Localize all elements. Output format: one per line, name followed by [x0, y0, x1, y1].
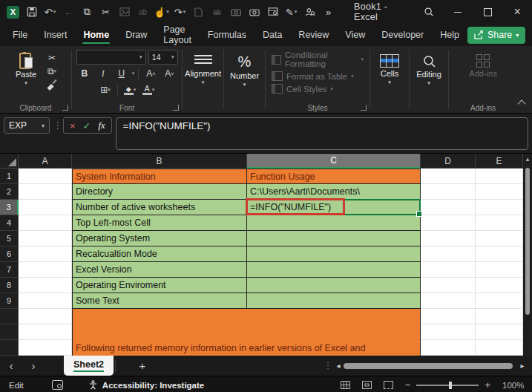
bold-button[interactable]: B: [76, 67, 93, 80]
cell-D-below[interactable]: [421, 340, 476, 356]
alignment-button[interactable]: Alignment ▾: [180, 49, 226, 88]
cell-B4[interactable]: Top Left-most Cell: [72, 215, 247, 231]
increase-font-button[interactable]: A˄: [142, 67, 159, 80]
clipboard-dialog-launcher[interactable]: [62, 105, 68, 111]
cell-E-below[interactable]: [476, 324, 523, 340]
enter-icon[interactable]: ✓: [83, 120, 91, 131]
row-header-2[interactable]: 2: [0, 184, 19, 200]
cell-D1[interactable]: [421, 169, 476, 184]
cell-C2[interactable]: C:\Users\Aarti\Documents\: [247, 184, 421, 200]
cell-C5[interactable]: [247, 231, 421, 246]
styles-dialog-launcher[interactable]: [361, 105, 367, 111]
tab-review[interactable]: Review: [290, 24, 337, 46]
cell-A8[interactable]: [19, 278, 72, 293]
cancel-icon[interactable]: ×: [70, 120, 76, 131]
cell-B2[interactable]: Directory: [72, 184, 247, 200]
copy-button[interactable]: ⧉: [78, 2, 96, 22]
tab-insert[interactable]: Insert: [36, 24, 75, 46]
cell-D4[interactable]: [421, 215, 476, 231]
picture-button[interactable]: [115, 2, 134, 22]
row-header-8[interactable]: 8: [0, 278, 19, 293]
ink-replay-button[interactable]: ✎▾: [282, 2, 301, 22]
replace-button[interactable]: ab: [134, 2, 152, 22]
paste-button[interactable]: Paste ▾: [11, 49, 41, 96]
scrollbar-splitter[interactable]: ⋮: [323, 361, 333, 370]
decrease-font-button[interactable]: A˅: [161, 67, 177, 80]
row-header-5[interactable]: 5: [0, 231, 19, 246]
scroll-up-icon[interactable]: ▴: [526, 154, 530, 164]
draw-touch-button[interactable]: ☝▾: [152, 2, 171, 22]
cell-B5[interactable]: Operating System: [72, 231, 247, 246]
cell-D8[interactable]: [421, 278, 476, 293]
horizontal-scrollbar-thumb[interactable]: [344, 363, 513, 369]
row-header-9[interactable]: 9: [0, 293, 19, 309]
normal-view-button[interactable]: [341, 381, 350, 389]
more-commands-button[interactable]: »: [319, 2, 338, 22]
cell-A4[interactable]: [19, 215, 72, 231]
cell-C6[interactable]: [247, 246, 421, 262]
row-header-below[interactable]: [0, 309, 19, 324]
share-button[interactable]: Share ▾: [467, 27, 525, 44]
cut-button[interactable]: ✂: [96, 2, 115, 22]
cell-C9[interactable]: [247, 293, 421, 309]
cell-E6[interactable]: [476, 246, 523, 262]
cell-E8[interactable]: [476, 278, 523, 293]
cell-A1[interactable]: [19, 169, 72, 184]
row-header-7[interactable]: 7: [0, 262, 19, 278]
undo-button[interactable]: ↶▾: [41, 2, 59, 22]
select-all-corner[interactable]: [0, 154, 19, 169]
tab-page-layout[interactable]: Page Layout: [155, 24, 200, 46]
scroll-right-icon[interactable]: ▸: [517, 362, 528, 370]
tab-developer[interactable]: Developer: [373, 24, 432, 46]
font-dialog-launcher[interactable]: [173, 105, 179, 111]
cell-E2[interactable]: [476, 184, 523, 200]
cell-E3[interactable]: [476, 200, 523, 215]
format-painter-button[interactable]: [44, 78, 60, 91]
cell-B1[interactable]: System Information: [72, 169, 247, 184]
zoom-out-button[interactable]: −: [405, 379, 411, 391]
accessibility-status[interactable]: Accessibility: Investigate: [88, 380, 204, 390]
copy-button[interactable]: ⧉▾: [44, 65, 60, 78]
cell-B3[interactable]: Number of active worksheets: [72, 200, 247, 215]
column-header-E[interactable]: E: [476, 154, 523, 169]
people-lookup-button[interactable]: [301, 2, 319, 22]
cell-E4[interactable]: [476, 215, 523, 231]
redo-button[interactable]: ↷▾: [171, 2, 189, 22]
cell-A2[interactable]: [19, 184, 72, 200]
scroll-left-icon[interactable]: ◂: [333, 362, 344, 370]
page-break-view-button[interactable]: [384, 381, 393, 389]
font-color-button[interactable]: A▾: [140, 83, 157, 97]
zoom-percentage[interactable]: 100%: [502, 381, 525, 390]
cell-A-below[interactable]: [19, 340, 72, 356]
zoom-slider-thumb[interactable]: [449, 382, 452, 389]
minimize-button[interactable]: [444, 0, 473, 24]
cell-A-below[interactable]: [19, 309, 72, 324]
editing-button[interactable]: Editing ▾: [412, 49, 446, 89]
screen-clip-button[interactable]: [245, 2, 263, 22]
chevron-down-icon[interactable]: ▾: [132, 71, 135, 76]
vertical-scrollbar-thumb[interactable]: [525, 168, 530, 315]
strikethrough-button[interactable]: ab: [208, 2, 226, 22]
row-header-4[interactable]: 4: [0, 215, 19, 231]
horizontal-scrollbar[interactable]: ◂ ▸: [333, 362, 528, 370]
cell-E9[interactable]: [476, 293, 523, 309]
cell-A-below[interactable]: [19, 324, 72, 340]
borders-button[interactable]: ⊞▾: [97, 83, 114, 97]
column-header-B[interactable]: B: [72, 154, 247, 169]
cell-C4[interactable]: [247, 215, 421, 231]
name-box[interactable]: EXP ▾: [4, 117, 50, 134]
styles-item-conditional-formatting[interactable]: Conditional Formatting▾: [272, 50, 364, 68]
tab-home[interactable]: Home: [75, 24, 117, 46]
cell-B7[interactable]: Excel Version: [72, 262, 247, 278]
cell-E-below[interactable]: [476, 309, 523, 324]
underline-button[interactable]: U: [114, 67, 130, 80]
zoom-slider[interactable]: [416, 385, 479, 386]
cell-E5[interactable]: [476, 231, 523, 246]
sheet-view-button[interactable]: [263, 2, 282, 22]
macro-record-icon[interactable]: [52, 380, 63, 390]
column-header-A[interactable]: A: [19, 154, 72, 169]
cell-B8[interactable]: Operating Enviroment: [72, 278, 247, 293]
cell-C1[interactable]: Function Usage: [247, 169, 421, 184]
row-header-below[interactable]: [0, 324, 19, 340]
search-button[interactable]: [414, 0, 444, 24]
